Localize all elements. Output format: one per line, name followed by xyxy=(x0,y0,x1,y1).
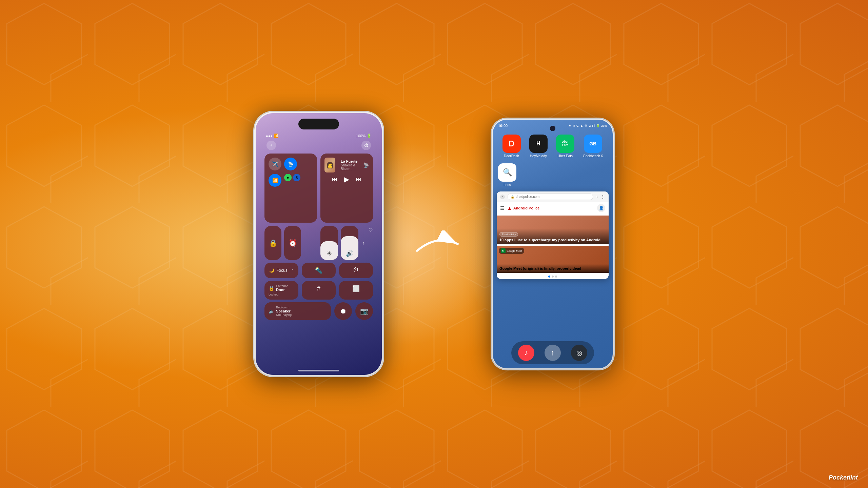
ios-control-center: ●●● 📶 100% 🔋 + ⏻ xyxy=(256,113,382,375)
brightness-icon: ☀ xyxy=(327,250,332,257)
ubereats-app[interactable]: UberEats Uber Eats xyxy=(556,135,574,158)
browser-close-button[interactable]: ✕ xyxy=(500,195,505,199)
doordash-app[interactable]: D DoorDash xyxy=(502,135,521,158)
pocketlint-watermark: Pocketlint xyxy=(829,474,858,481)
music-dock-icon[interactable]: ♪ xyxy=(518,345,534,361)
hotspot-button[interactable]: 📡 xyxy=(284,158,297,170)
connectivity-tile[interactable]: ✈️ 📡 📶 ● B xyxy=(264,154,317,223)
android-time: 10:00 xyxy=(498,124,508,128)
m-icon: M xyxy=(573,124,575,127)
volume-icon: 🔊 xyxy=(346,250,353,257)
ap-triangle-icon: ▲ xyxy=(507,205,512,211)
article-2-image: M Google Meet Google Meet (original) is … xyxy=(497,246,609,273)
browser-url-bar[interactable]: 🔒 droidpolice.com xyxy=(508,194,593,200)
upload-dock-icon[interactable]: ↑ xyxy=(545,345,561,361)
article-1-tag: Productivity xyxy=(499,232,518,237)
network-icon: ▲ xyxy=(580,124,583,127)
hamburger-menu[interactable]: ☰ xyxy=(500,205,505,211)
screen-record-tile[interactable]: ⬜ xyxy=(339,281,373,300)
lock-icon: 🔒 xyxy=(269,285,274,291)
asterisk-icon: ✱ xyxy=(569,124,571,127)
geekbench-icon: GB xyxy=(584,135,602,153)
camera-dock-icon[interactable]: ◎ xyxy=(571,345,587,361)
heymelody-label: HeyMelody xyxy=(530,154,547,158)
moon-icon: 🌙 xyxy=(269,268,274,273)
ubereats-label: Uber Eats xyxy=(558,154,573,158)
music-controls: ⏮ ▶ ⏭ xyxy=(324,175,369,183)
browser-toolbar: ☰ ▲ Android Police 👤 xyxy=(497,202,609,214)
airplay-button[interactable]: 📡 xyxy=(363,162,369,168)
browser-card[interactable]: ✕ 🔒 droidpolice.com + ⋮ ☰ xyxy=(497,191,609,279)
camera-button[interactable]: 📷 xyxy=(355,302,373,320)
bluetooth-button[interactable]: B xyxy=(293,174,300,181)
ap-name: Android Police xyxy=(513,206,540,210)
airplane-mode-button[interactable]: ✈️ xyxy=(269,158,281,170)
ios-status-bar: ●●● 📶 100% 🔋 xyxy=(262,134,375,138)
new-tab-button[interactable]: + xyxy=(596,194,598,200)
ios-signal: ●●● 📶 xyxy=(266,134,279,138)
lens-app[interactable]: 🔍 Lens xyxy=(498,163,516,187)
article-card-1[interactable]: Productivity 10 apps I use to supercharg… xyxy=(497,216,609,244)
user-avatar[interactable]: 👤 xyxy=(597,204,605,212)
screen-lock-tile[interactable]: 🔒 xyxy=(264,226,281,260)
iphone-screen: ●●● 📶 100% 🔋 + ⏻ xyxy=(256,113,382,375)
article-1-image: Productivity 10 apps I use to supercharg… xyxy=(497,216,609,244)
dot-1 xyxy=(548,276,550,278)
music-info: La Fuerte Shakira & Bizarr... xyxy=(341,159,360,171)
ios-add-button[interactable]: + xyxy=(267,141,276,150)
calculator-tile[interactable]: # xyxy=(302,281,336,300)
speaker-icon: 🔈 xyxy=(269,308,274,314)
speaker-row: 🔈 Bedroom Speaker Not Playing ⏺ 📷 xyxy=(262,302,375,320)
browser-menu-button[interactable]: ⋮ xyxy=(600,194,605,200)
g-icon: G xyxy=(576,124,579,127)
main-content: ●●● 📶 100% 🔋 + ⏻ xyxy=(0,0,868,488)
chevron-icon: ⌃ xyxy=(291,269,294,272)
focus-row: 🌙 Focus ⌃ 🔦 ⏱ xyxy=(262,263,375,278)
accessories-row: 🔒 Entrance Door Locked # ⬜ xyxy=(262,281,375,300)
app-icons-row-1: D DoorDash H HeyMelody UberE xyxy=(493,132,613,161)
bedroom-speaker-tile[interactable]: 🔈 Bedroom Speaker Not Playing xyxy=(264,302,331,320)
wifi-button[interactable]: 📶 xyxy=(269,174,281,187)
meet-icon: M xyxy=(501,248,506,253)
ubereats-icon: UberEats xyxy=(556,135,574,153)
arrow-container xyxy=(410,230,465,258)
article-card-2[interactable]: M Google Meet Google Meet (original) is … xyxy=(497,246,609,273)
article-1-overlay: Productivity 10 apps I use to supercharg… xyxy=(497,228,609,244)
ios-top-buttons: + ⏻ xyxy=(262,141,375,150)
article-1-title: 10 apps I use to supercharge my producti… xyxy=(499,238,606,242)
directional-arrow xyxy=(410,230,465,258)
iphone-mockup: ●●● 📶 100% 🔋 + ⏻ xyxy=(254,112,383,376)
dot-2 xyxy=(552,276,554,278)
heart-icon: ♡ xyxy=(369,227,373,233)
next-button[interactable]: ⏭ xyxy=(356,176,361,182)
ios-power-button[interactable]: ⏻ xyxy=(361,141,371,150)
music-artist: Shakira & Bizarr... xyxy=(341,163,360,171)
android-status-bar: 10:00 ✱ M G ▲ ⚇ WiFi 🔋 23% xyxy=(493,120,613,132)
battery-icon: 🔋 xyxy=(596,124,600,127)
geekbench-app[interactable]: GB Geekbench 6 xyxy=(583,135,603,158)
iphone-home-indicator xyxy=(298,370,339,371)
timer-tile[interactable]: ⏱ xyxy=(339,263,373,278)
brightness-slider[interactable]: ☀ xyxy=(320,226,338,260)
speaker-status: Not Playing xyxy=(276,313,292,317)
alarm-tile[interactable]: ⏰ xyxy=(284,226,301,260)
cellular-button[interactable]: ● xyxy=(284,174,292,181)
music-tile[interactable]: 👩 La Fuerte Shakira & Bizarr... 📡 xyxy=(320,154,373,223)
music-title: La Fuerte xyxy=(341,159,360,163)
android-status-icons: ✱ M G ▲ ⚇ WiFi 🔋 23% xyxy=(569,124,607,127)
lens-label: Lens xyxy=(504,183,511,187)
browser-tab-buttons: + ⋮ xyxy=(596,194,605,200)
heymelody-app[interactable]: H HeyMelody xyxy=(529,135,548,158)
volume-slider[interactable]: 🔊 xyxy=(341,226,358,260)
focus-tile[interactable]: 🌙 Focus ⌃ xyxy=(264,263,298,278)
screen-record-button[interactable]: ⏺ xyxy=(334,302,352,320)
entrance-door-tile[interactable]: 🔒 Entrance Door Locked xyxy=(264,281,298,300)
android-screen: 10:00 ✱ M G ▲ ⚇ WiFi 🔋 23% xyxy=(493,120,613,368)
lock-icon-url: 🔒 xyxy=(511,195,514,199)
prev-button[interactable]: ⏮ xyxy=(332,176,337,182)
geekbench-label: Geekbench 6 xyxy=(583,154,603,158)
play-button[interactable]: ▶ xyxy=(344,175,349,183)
sliders-row: 🔒 ⏰ ☀ xyxy=(264,226,373,260)
flashlight-tile[interactable]: 🔦 xyxy=(302,263,336,278)
android-mockup: 10:00 ✱ M G ▲ ⚇ WiFi 🔋 23% xyxy=(492,119,614,369)
